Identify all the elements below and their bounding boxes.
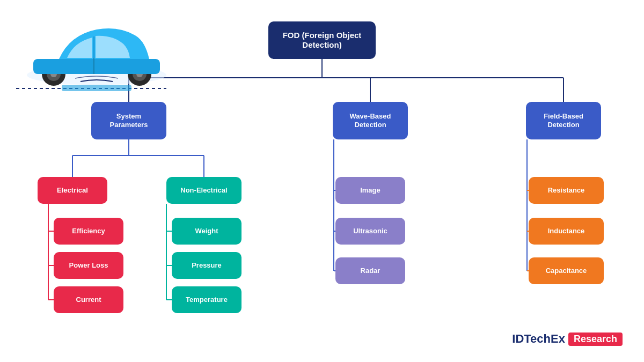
node-non-electrical: Non-Electrical [166, 177, 241, 204]
branding: IDTechEx Research [512, 332, 623, 346]
node-temperature: Temperature [172, 286, 241, 313]
node-ultrasonic: Ultrasonic [335, 218, 405, 245]
node-wave-based-label: Wave-BasedDetection [350, 112, 391, 129]
node-weight: Weight [172, 218, 241, 245]
node-non-electrical-label: Non-Electrical [180, 186, 227, 195]
node-efficiency-label: Efficiency [72, 227, 105, 235]
node-power-loss-label: Power Loss [69, 261, 108, 270]
node-radar-label: Radar [361, 267, 380, 275]
node-current-label: Current [76, 295, 101, 304]
node-pressure: Pressure [172, 252, 241, 279]
node-electrical-label: Electrical [57, 186, 88, 195]
diagram-container: FOD (Foreign Object Detection) SystemPar… [0, 0, 644, 362]
node-temperature-label: Temperature [186, 295, 228, 304]
node-efficiency: Efficiency [54, 218, 123, 245]
node-weight-label: Weight [195, 227, 218, 235]
node-inductance: Inductance [529, 218, 604, 245]
node-system-params: SystemParameters [91, 102, 166, 139]
node-system-params-label: SystemParameters [110, 112, 148, 129]
node-resistance-label: Resistance [548, 186, 585, 195]
node-electrical: Electrical [38, 177, 107, 204]
node-image: Image [335, 177, 405, 204]
node-power-loss: Power Loss [54, 252, 123, 279]
node-wave-based: Wave-BasedDetection [333, 102, 408, 139]
brand-division-label: Research [568, 333, 623, 346]
svg-rect-37 [62, 85, 131, 91]
node-pressure-label: Pressure [192, 261, 222, 270]
brand-company-label: IDTechEx [512, 332, 565, 346]
car-illustration [11, 5, 193, 97]
node-ultrasonic-label: Ultrasonic [353, 227, 387, 235]
node-current: Current [54, 286, 123, 313]
node-fod-label: FOD (Foreign Object Detection) [268, 31, 376, 50]
node-inductance-label: Inductance [548, 227, 585, 235]
node-capacitance-label: Capacitance [546, 267, 587, 275]
node-resistance: Resistance [529, 177, 604, 204]
node-fod: FOD (Foreign Object Detection) [268, 21, 376, 59]
node-radar: Radar [335, 257, 405, 284]
node-field-based: Field-BasedDetection [526, 102, 601, 139]
node-capacitance: Capacitance [529, 257, 604, 284]
node-field-based-label: Field-BasedDetection [544, 112, 583, 129]
node-image-label: Image [360, 186, 380, 195]
svg-rect-34 [33, 59, 160, 74]
